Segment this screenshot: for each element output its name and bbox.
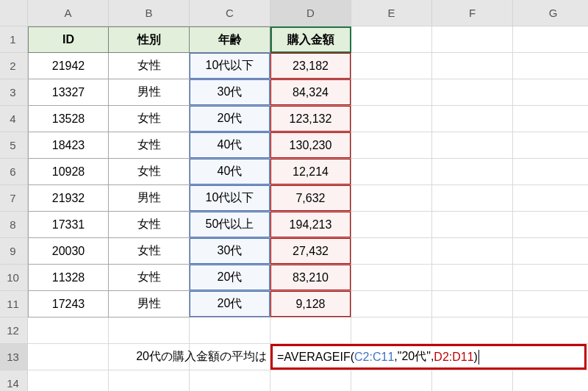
cell-F5[interactable] bbox=[432, 132, 513, 159]
row-header-4[interactable]: 4 bbox=[0, 106, 28, 132]
column-header-D[interactable]: D bbox=[270, 0, 351, 26]
row-header-8[interactable]: 8 bbox=[0, 212, 28, 238]
cell-D14[interactable] bbox=[270, 370, 351, 391]
cell-G1[interactable] bbox=[513, 26, 588, 53]
row-header-9[interactable]: 9 bbox=[0, 238, 28, 265]
cell-E10[interactable] bbox=[351, 265, 432, 291]
cell-F10[interactable] bbox=[432, 265, 513, 291]
cell-G5[interactable] bbox=[513, 132, 588, 159]
cell-A9[interactable]: 20030 bbox=[28, 238, 109, 265]
cell-E9[interactable] bbox=[351, 238, 432, 265]
cell-B4[interactable]: 女性 bbox=[109, 106, 190, 132]
cell-E14[interactable] bbox=[351, 370, 432, 391]
cell-E7[interactable] bbox=[351, 185, 432, 212]
cell-C9[interactable]: 30代 bbox=[190, 238, 270, 265]
cell-F4[interactable] bbox=[432, 106, 513, 132]
cell-D11[interactable]: 9,128 bbox=[270, 291, 351, 318]
cell-C12[interactable] bbox=[190, 318, 270, 344]
row-header-7[interactable]: 7 bbox=[0, 185, 28, 212]
cell-C6[interactable]: 40代 bbox=[190, 159, 270, 185]
formula-editor[interactable]: =AVERAGEIF(C2:C11,"20代",D2:D11) bbox=[270, 344, 587, 370]
cell-A8[interactable]: 17331 bbox=[28, 212, 109, 238]
row-header-6[interactable]: 6 bbox=[0, 159, 28, 185]
cell-E2[interactable] bbox=[351, 53, 432, 79]
row-header-2[interactable]: 2 bbox=[0, 53, 28, 79]
cell-C3[interactable]: 30代 bbox=[190, 79, 270, 106]
cell-G10[interactable] bbox=[513, 265, 588, 291]
cell-D5[interactable]: 130,230 bbox=[270, 132, 351, 159]
cell-B11[interactable]: 男性 bbox=[109, 291, 190, 318]
cell-B14[interactable] bbox=[109, 370, 190, 391]
cell-A4[interactable]: 13528 bbox=[28, 106, 109, 132]
cell-B9[interactable]: 女性 bbox=[109, 238, 190, 265]
cell-D8[interactable]: 194,213 bbox=[270, 212, 351, 238]
cell-E5[interactable] bbox=[351, 132, 432, 159]
cell-F6[interactable] bbox=[432, 159, 513, 185]
cell-E4[interactable] bbox=[351, 106, 432, 132]
cell-F14[interactable] bbox=[432, 370, 513, 391]
cell-G12[interactable] bbox=[513, 318, 588, 344]
cell-F1[interactable] bbox=[432, 26, 513, 53]
column-header-F[interactable]: F bbox=[432, 0, 513, 26]
cell-D2[interactable]: 23,182 bbox=[270, 53, 351, 79]
cell-B12[interactable] bbox=[109, 318, 190, 344]
cell-F12[interactable] bbox=[432, 318, 513, 344]
cell-E6[interactable] bbox=[351, 159, 432, 185]
cell-B7[interactable]: 男性 bbox=[109, 185, 190, 212]
cell-F8[interactable] bbox=[432, 212, 513, 238]
cell-C2[interactable]: 10代以下 bbox=[190, 53, 270, 79]
column-header-G[interactable]: G bbox=[513, 0, 588, 26]
cell-A13[interactable] bbox=[28, 344, 109, 370]
spreadsheet-grid[interactable]: ABCDEFG1ID性別年齢購入金額221942女性10代以下23,182313… bbox=[0, 0, 588, 391]
row-header-3[interactable]: 3 bbox=[0, 79, 28, 106]
cell-E1[interactable] bbox=[351, 26, 432, 53]
cell-D10[interactable]: 83,210 bbox=[270, 265, 351, 291]
cell-G7[interactable] bbox=[513, 185, 588, 212]
cell-B6[interactable]: 女性 bbox=[109, 159, 190, 185]
cell-C1[interactable]: 年齢 bbox=[190, 26, 270, 53]
cell-A2[interactable]: 21942 bbox=[28, 53, 109, 79]
cell-D4[interactable]: 123,132 bbox=[270, 106, 351, 132]
cell-G8[interactable] bbox=[513, 212, 588, 238]
cell-C7[interactable]: 10代以下 bbox=[190, 185, 270, 212]
cell-F2[interactable] bbox=[432, 53, 513, 79]
cell-C10[interactable]: 20代 bbox=[190, 265, 270, 291]
cell-G2[interactable] bbox=[513, 53, 588, 79]
cell-A14[interactable] bbox=[28, 370, 109, 391]
row-header-13[interactable]: 13 bbox=[0, 344, 28, 370]
cell-A12[interactable] bbox=[28, 318, 109, 344]
cell-F9[interactable] bbox=[432, 238, 513, 265]
cell-C14[interactable] bbox=[190, 370, 270, 391]
row-header-5[interactable]: 5 bbox=[0, 132, 28, 159]
cell-E11[interactable] bbox=[351, 291, 432, 318]
cell-C4[interactable]: 20代 bbox=[190, 106, 270, 132]
cell-B5[interactable]: 女性 bbox=[109, 132, 190, 159]
cell-F7[interactable] bbox=[432, 185, 513, 212]
cell-D9[interactable]: 27,432 bbox=[270, 238, 351, 265]
cell-C5[interactable]: 40代 bbox=[190, 132, 270, 159]
cell-D13[interactable]: =AVERAGEIF(C2:C11,"20代",D2:D11) bbox=[270, 344, 351, 370]
cell-G4[interactable] bbox=[513, 106, 588, 132]
row-header-11[interactable]: 11 bbox=[0, 291, 28, 318]
cell-A7[interactable]: 21932 bbox=[28, 185, 109, 212]
row-header-14[interactable]: 14 bbox=[0, 370, 28, 391]
cell-A6[interactable]: 10928 bbox=[28, 159, 109, 185]
select-all-corner[interactable] bbox=[0, 0, 28, 26]
cell-D6[interactable]: 12,214 bbox=[270, 159, 351, 185]
cell-D12[interactable] bbox=[270, 318, 351, 344]
cell-B8[interactable]: 女性 bbox=[109, 212, 190, 238]
cell-E12[interactable] bbox=[351, 318, 432, 344]
cell-F11[interactable] bbox=[432, 291, 513, 318]
cell-A5[interactable]: 18423 bbox=[28, 132, 109, 159]
cell-A10[interactable]: 11328 bbox=[28, 265, 109, 291]
cell-C11[interactable]: 20代 bbox=[190, 291, 270, 318]
row-header-1[interactable]: 1 bbox=[0, 26, 28, 53]
column-header-C[interactable]: C bbox=[190, 0, 270, 26]
cell-B1[interactable]: 性別 bbox=[109, 26, 190, 53]
cell-F3[interactable] bbox=[432, 79, 513, 106]
cell-A1[interactable]: ID bbox=[28, 26, 109, 53]
cell-D7[interactable]: 7,632 bbox=[270, 185, 351, 212]
cell-A3[interactable]: 13327 bbox=[28, 79, 109, 106]
cell-G14[interactable] bbox=[513, 370, 588, 391]
cell-G6[interactable] bbox=[513, 159, 588, 185]
